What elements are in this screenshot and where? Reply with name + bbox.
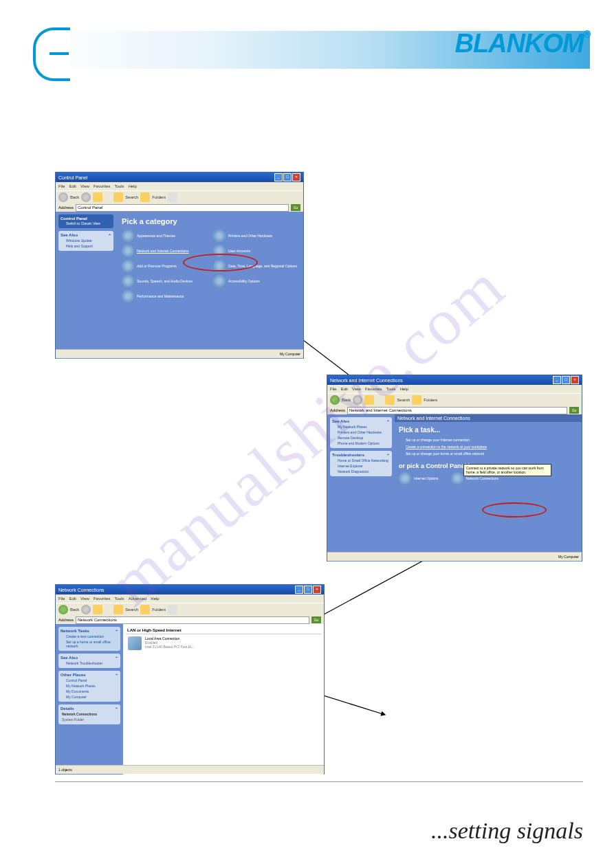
menu-help[interactable]: Help: [400, 387, 408, 391]
address-field[interactable]: Network and Internet Connections: [347, 407, 567, 414]
cat-sounds[interactable]: Sounds, Speech, and Audio Devices: [122, 275, 206, 287]
side-windows-update[interactable]: Windows Update: [61, 238, 111, 243]
cat-users[interactable]: User Accounts: [213, 245, 298, 257]
menu-file[interactable]: File: [58, 184, 65, 188]
folders-icon[interactable]: [140, 605, 150, 614]
menu-advanced[interactable]: Advanced: [129, 597, 147, 601]
menu-file[interactable]: File: [330, 387, 337, 391]
cat-network[interactable]: Network and Internet Connections: [122, 245, 206, 257]
menu-favorites[interactable]: Favorites: [94, 597, 111, 601]
address-field[interactable]: Network Connections: [76, 616, 309, 624]
menu-view[interactable]: View: [352, 387, 361, 391]
go-button[interactable]: Go: [311, 616, 321, 623]
titlebar[interactable]: Network and Internet Connections _ □ ×: [327, 375, 582, 385]
cat-accessibility[interactable]: Accessibility Options: [213, 275, 298, 287]
folders-icon[interactable]: [412, 395, 421, 405]
folders-icon[interactable]: [140, 192, 150, 202]
minimize-button[interactable]: _: [295, 586, 303, 594]
side-cp-head: Control Panel: [61, 216, 87, 221]
side-switch-view[interactable]: Switch to Classic View: [61, 221, 111, 226]
side-help-support[interactable]: Help and Support: [61, 243, 111, 249]
task-setup-internet[interactable]: Set up or change your Internet connectio…: [399, 436, 578, 443]
side-phone-modem[interactable]: Phone and Modem Options: [332, 441, 390, 446]
side-control-panel[interactable]: Control Panel: [61, 678, 118, 683]
collapse-icon[interactable]: ⌃: [115, 673, 118, 678]
cat-addremove[interactable]: Add or Remove Programs: [122, 260, 206, 272]
menu-favorites[interactable]: Favorites: [365, 387, 382, 391]
up-icon[interactable]: [364, 395, 374, 405]
search-icon[interactable]: [113, 605, 123, 614]
side-ie[interactable]: Internet Explorer: [332, 463, 390, 469]
views-icon[interactable]: [168, 192, 177, 202]
task-home-network[interactable]: Set up or change your home or small offi…: [399, 450, 578, 457]
collapse-icon[interactable]: ⌃: [115, 706, 118, 711]
side-my-documents[interactable]: My Documents: [61, 689, 118, 694]
collapse-icon[interactable]: ⌃: [108, 233, 111, 238]
menu-tools[interactable]: Tools: [115, 597, 124, 601]
menu-edit[interactable]: Edit: [341, 387, 348, 391]
menu-tools[interactable]: Tools: [386, 387, 396, 391]
titlebar[interactable]: Control Panel _ □ ×: [56, 173, 303, 182]
search-icon[interactable]: [385, 395, 395, 405]
collapse-icon[interactable]: ⌃: [386, 419, 390, 424]
cat-appearance[interactable]: Appearance and Themes: [122, 230, 206, 242]
close-button[interactable]: ×: [292, 173, 300, 181]
connection-item[interactable]: Local Area Connection Enabled Intel 2114…: [126, 634, 321, 652]
back-label: Back: [342, 398, 351, 402]
side-remote-desktop[interactable]: Remote Desktop: [332, 435, 390, 441]
users-icon: [213, 245, 226, 257]
collapse-icon[interactable]: ⌃: [115, 656, 118, 660]
menu-bar: File Edit View Favorites Tools Help: [327, 385, 582, 393]
maximize-button[interactable]: □: [562, 376, 570, 384]
side-my-network-places[interactable]: My Network Places: [332, 424, 390, 430]
side-network-troubleshooter[interactable]: Network Troubleshooter: [61, 660, 118, 666]
cat-date[interactable]: Date, Time, Language, and Regional Optio…: [213, 260, 298, 272]
minimize-button[interactable]: _: [274, 173, 283, 181]
collapse-icon[interactable]: ⌃: [386, 453, 390, 458]
menu-edit[interactable]: Edit: [69, 597, 76, 601]
side-net-diag[interactable]: Network Diagnostics: [332, 469, 390, 474]
side-my-computer[interactable]: My Computer: [61, 694, 118, 700]
menu-favorites[interactable]: Favorites: [94, 184, 111, 188]
cat-printers[interactable]: Printers and Other Hardware: [213, 230, 298, 242]
up-icon[interactable]: [93, 605, 102, 614]
search-label: Search: [125, 195, 138, 199]
close-button[interactable]: ×: [313, 586, 321, 594]
task-workplace[interactable]: Create a connection to the network at yo…: [399, 443, 578, 450]
views-icon[interactable]: [168, 605, 177, 614]
forward-button-icon[interactable]: [81, 192, 91, 202]
go-button[interactable]: Go: [291, 204, 300, 211]
cat-performance[interactable]: Performance and Maintenance: [122, 290, 206, 302]
menu-view[interactable]: View: [80, 184, 89, 188]
menu-file[interactable]: File: [58, 597, 65, 601]
address-label: Address: [58, 205, 74, 210]
side-home-networking[interactable]: Home or Small Office Networking: [332, 458, 390, 463]
side-setup-home-network[interactable]: Set up a home or small office network: [61, 639, 118, 649]
menu-help[interactable]: Help: [129, 184, 137, 188]
side-printers[interactable]: Printers and Other Hardware: [332, 430, 390, 435]
icon-internet-options[interactable]: Internet Options: [399, 472, 439, 485]
close-button[interactable]: ×: [571, 376, 579, 384]
address-bar: Address Network and Internet Connections…: [327, 406, 582, 414]
menu-view[interactable]: View: [80, 597, 89, 601]
address-field[interactable]: Control Panel: [76, 204, 289, 212]
forward-button-icon[interactable]: [353, 395, 362, 405]
forward-button-icon[interactable]: [81, 605, 91, 614]
up-icon[interactable]: [93, 192, 102, 202]
menu-tools[interactable]: Tools: [115, 184, 124, 188]
minimize-button[interactable]: _: [553, 376, 561, 384]
collapse-icon[interactable]: ⌃: [115, 629, 118, 634]
menu-edit[interactable]: Edit: [69, 184, 76, 188]
footer-divider: [55, 781, 583, 782]
side-my-network-places[interactable]: My Network Places: [61, 683, 118, 689]
maximize-button[interactable]: □: [304, 586, 312, 594]
menu-help[interactable]: Help: [151, 597, 159, 601]
search-icon[interactable]: [113, 192, 123, 202]
go-button[interactable]: Go: [569, 407, 579, 414]
side-create-connection[interactable]: Create a new connection: [61, 634, 118, 639]
back-button-icon[interactable]: [58, 605, 68, 614]
titlebar[interactable]: Network Connections _ □ ×: [56, 585, 324, 594]
maximize-button[interactable]: □: [283, 173, 292, 181]
back-button-icon[interactable]: [330, 395, 340, 405]
back-button-icon[interactable]: [58, 192, 68, 202]
